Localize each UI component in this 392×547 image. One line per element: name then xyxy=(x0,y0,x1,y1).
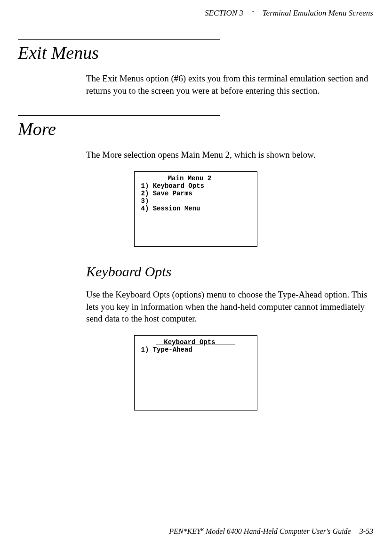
heading-more: More xyxy=(18,119,373,139)
footer-page-number: 3-53 xyxy=(360,527,373,535)
body-exit-menus: The Exit Menus option (#6) exits you fro… xyxy=(86,72,373,97)
header-title: Terminal Emulation Menu Screens xyxy=(263,8,373,18)
screen1-line-4: 4) Session Menu xyxy=(141,205,252,212)
screen1-line-2: 2) Save Parms xyxy=(141,190,252,197)
footer-guide: Model 6400 Hand-Held Computer User's Gui… xyxy=(204,527,351,535)
screen2-line-1: 1) Type-Ahead xyxy=(141,346,252,354)
section-rule-2 xyxy=(18,115,220,116)
screen1-title: Main Menu 2 xyxy=(141,175,252,182)
header-bullet: " xyxy=(252,9,254,16)
heading-exit-menus: Exit Menus xyxy=(18,42,373,63)
page-header: SECTION 3 " Terminal Emulation Menu Scre… xyxy=(18,8,373,20)
screen1-line-1: 1) Keyboard Opts xyxy=(141,182,252,190)
heading-keyboard-opts: Keyboard Opts xyxy=(86,264,373,280)
section-rule-1 xyxy=(18,39,220,40)
terminal-screen-keyboard-opts: Keyboard Opts 1) Type-Ahead xyxy=(134,335,257,410)
footer-brand-pre: PEN*KEY xyxy=(169,527,201,535)
terminal-screen-main-menu-2: Main Menu 2 1) Keyboard Opts 2) Save Par… xyxy=(134,171,257,247)
header-section: SECTION 3 xyxy=(205,8,243,18)
page-footer: PEN*KEYR Model 6400 Hand-Held Computer U… xyxy=(169,527,373,536)
body-keyboard-opts: Use the Keyboard Opts (options) menu to … xyxy=(86,289,373,325)
body-more: The More selection opens Main Menu 2, wh… xyxy=(86,149,373,161)
screen2-title: Keyboard Opts xyxy=(141,338,252,346)
screen1-line-3: 3) xyxy=(141,197,252,205)
